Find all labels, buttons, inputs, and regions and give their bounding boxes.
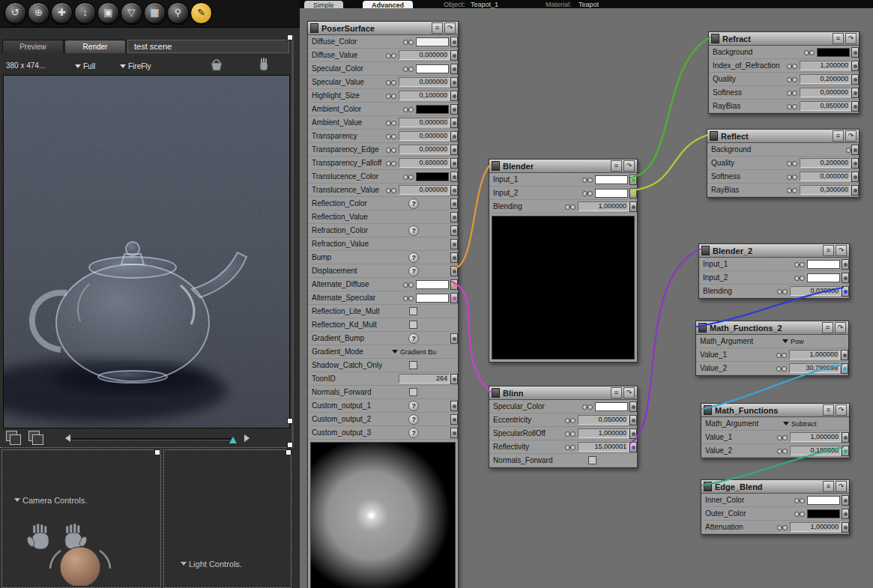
rotate-tool-icon[interactable]: ↺: [4, 2, 26, 24]
camera-controls-widgets[interactable]: [2, 519, 159, 586]
plug-icon[interactable]: [403, 295, 414, 301]
input-connector[interactable]: [450, 414, 458, 425]
node-collapse-icon[interactable]: ↷: [623, 387, 635, 398]
render-viewport[interactable]: [3, 75, 290, 428]
value-field[interactable]: 1,200000: [800, 61, 851, 70]
color-swatch[interactable]: [807, 496, 840, 505]
node-output-anchor[interactable]: [698, 323, 707, 333]
node-collapse-icon[interactable]: ↷: [623, 160, 635, 172]
magnifier-tool-icon[interactable]: ⚲: [167, 2, 189, 24]
input-connector[interactable]: [450, 279, 458, 290]
query-badge[interactable]: ?: [408, 414, 419, 425]
input-connector[interactable]: [842, 286, 849, 297]
value-field[interactable]: 0,000000: [399, 118, 450, 127]
input-connector[interactable]: [450, 77, 458, 88]
taper-tool-icon[interactable]: ▽: [121, 2, 142, 24]
grouping-tool-icon[interactable]: ▦: [144, 2, 166, 24]
color-swatch[interactable]: [595, 189, 628, 198]
color-swatch[interactable]: [416, 172, 449, 181]
plug-icon[interactable]: [386, 79, 396, 85]
node-blender_2[interactable]: Blender_2≡↷Input_1Input_2Blending0,03000…: [698, 243, 850, 299]
plug-icon[interactable]: [403, 106, 414, 112]
plug-icon[interactable]: [777, 288, 788, 294]
dropdown[interactable]: Gradient Bu: [392, 347, 455, 357]
color-picker-tool-icon[interactable]: ✎: [190, 2, 212, 24]
plug-icon[interactable]: [776, 366, 787, 372]
value-field[interactable]: 0,100000: [399, 91, 450, 100]
color-swatch[interactable]: [807, 260, 840, 269]
panel-resize-grip[interactable]: [286, 449, 291, 455]
plug-icon[interactable]: [582, 190, 593, 196]
plug-icon[interactable]: [794, 497, 805, 503]
node-output-anchor[interactable]: [492, 388, 500, 398]
value-field[interactable]: 0,000000: [399, 145, 450, 154]
plug-icon[interactable]: [787, 160, 797, 166]
value-field[interactable]: 1,000000: [790, 522, 841, 532]
node-refract[interactable]: Refract≡↷BackgroundIndex_of_Refraction1,…: [708, 31, 860, 114]
color-swatch[interactable]: [595, 175, 628, 184]
value-field[interactable]: 0,030000: [790, 286, 841, 296]
node-output-anchor[interactable]: [711, 34, 719, 43]
value-field[interactable]: 1,000000: [789, 350, 840, 360]
value-field[interactable]: 30,799999: [789, 363, 840, 373]
input-connector[interactable]: [629, 401, 637, 412]
plug-icon[interactable]: [403, 174, 414, 180]
plug-icon[interactable]: [403, 66, 414, 72]
plug-icon[interactable]: [565, 417, 576, 423]
node-header[interactable]: PoserSurface≡↷: [308, 22, 458, 35]
input-connector[interactable]: [842, 446, 849, 456]
input-connector[interactable]: [851, 185, 859, 196]
input-connector[interactable]: [629, 442, 637, 452]
layers-compare-icon[interactable]: [28, 431, 40, 441]
plug-icon[interactable]: [386, 187, 396, 193]
plug-icon[interactable]: [804, 49, 815, 55]
plug-icon[interactable]: [386, 147, 396, 153]
node-header[interactable]: Refract≡↷: [709, 32, 859, 46]
color-swatch[interactable]: [416, 280, 449, 289]
node-math_functions_2[interactable]: Math_Functions_2≡↷Math_ArgumentPowValue_…: [695, 321, 849, 376]
input-connector[interactable]: [629, 188, 637, 198]
layers-icon[interactable]: [6, 431, 17, 441]
input-connector[interactable]: [450, 374, 458, 384]
input-connector[interactable]: [450, 185, 458, 196]
query-badge[interactable]: ?: [408, 428, 419, 438]
input-connector[interactable]: [450, 37, 458, 47]
plug-icon[interactable]: [777, 448, 788, 454]
value-field[interactable]: 0,180000: [790, 446, 841, 455]
node-posersurface[interactable]: PoserSurface≡↷Diffuse_ColorDiffuse_Value…: [307, 21, 459, 588]
plug-icon[interactable]: [787, 174, 797, 180]
value-field[interactable]: 0,050000: [578, 415, 629, 425]
left-scroll-track[interactable]: [291, 34, 294, 445]
color-swatch[interactable]: [416, 294, 449, 303]
node-blinn[interactable]: Blinn≡↷Specular_ColorEccentricity0,05000…: [489, 386, 638, 468]
frame-forward-arrow[interactable]: [244, 434, 253, 442]
plug-icon[interactable]: [582, 404, 593, 410]
plug-icon[interactable]: [565, 444, 576, 450]
camera-controls-header[interactable]: Camera Controls.: [14, 495, 87, 505]
plug-icon[interactable]: [787, 187, 797, 193]
plug-icon[interactable]: [777, 524, 788, 530]
plug-icon[interactable]: [403, 39, 414, 45]
node-header[interactable]: Blender≡↷: [489, 160, 637, 173]
value-field[interactable]: 1,000000: [578, 201, 629, 211]
checkbox[interactable]: [409, 307, 417, 315]
dropdown[interactable]: Pow: [782, 336, 845, 346]
input-connector[interactable]: [851, 172, 859, 182]
input-connector[interactable]: [851, 101, 859, 112]
node-menu-icon[interactable]: ≡: [823, 481, 834, 492]
input-connector[interactable]: [450, 212, 458, 222]
tab-advanced[interactable]: Advanced: [363, 1, 413, 8]
input-connector[interactable]: [450, 333, 458, 344]
node-collapse-icon[interactable]: ↷: [836, 404, 847, 416]
input-connector[interactable]: [851, 47, 859, 58]
input-connector[interactable]: [842, 273, 849, 283]
input-connector[interactable]: [450, 225, 458, 236]
scroll-grip[interactable]: [287, 418, 293, 424]
node-collapse-icon[interactable]: ↷: [845, 130, 857, 142]
color-swatch[interactable]: [416, 37, 449, 46]
plug-icon[interactable]: [386, 93, 396, 99]
tab-render[interactable]: Render: [64, 40, 126, 53]
node-menu-icon[interactable]: ≡: [823, 404, 834, 416]
plug-icon[interactable]: [582, 177, 593, 183]
query-badge[interactable]: ?: [408, 333, 419, 344]
